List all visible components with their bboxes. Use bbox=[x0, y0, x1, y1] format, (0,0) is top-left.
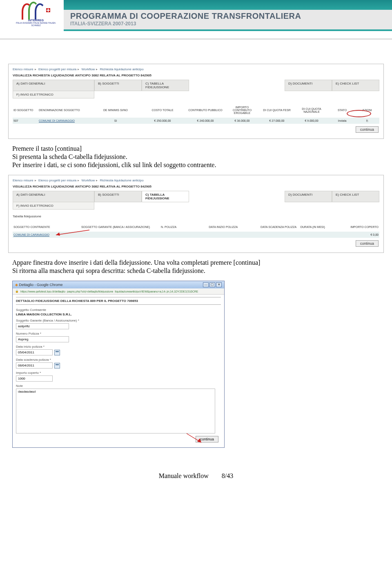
label-contraente: Soggetto Contraente bbox=[16, 308, 221, 312]
header-banner: PROGRAMMA DI COOPERAZIONE TRANSFRONTALIE… bbox=[64, 0, 392, 39]
banner-subtitle: ITALIA-SVIZZERA 2007-2013 bbox=[70, 21, 385, 27]
interreg-logo: INTERREG ITALIA-SVIZZERA ITALIE-SUISSE I… bbox=[11, 1, 60, 27]
continua-button[interactable]: continua bbox=[356, 240, 379, 247]
label-importo: Importo coperto * bbox=[16, 371, 221, 375]
label-garante: Soggetto Garante (Banca / Assicurazione)… bbox=[16, 319, 221, 322]
calendar-icon[interactable] bbox=[54, 350, 60, 355]
input-data-scadenza[interactable]: 08/04/2011 bbox=[16, 362, 53, 369]
breadcrumb: Elenco misure▸ Elenco progetti per misur… bbox=[13, 67, 379, 71]
svg-marker-1 bbox=[56, 232, 60, 236]
tab-invio-elettronico[interactable]: F) INVIO ELETTRONICO bbox=[13, 202, 94, 210]
tab-invio-elettronico[interactable]: F) INVIO ELETTRONICO bbox=[13, 91, 94, 98]
table-row: 507COMUNE DI CARAVAGGIO SI€ 250.000,00 €… bbox=[13, 118, 379, 124]
minimize-button[interactable]: — bbox=[203, 282, 209, 287]
page-footer: Manuale workflow 8/43 bbox=[0, 472, 392, 488]
input-numero-polizza[interactable]: Aspreg bbox=[16, 336, 69, 342]
tab-dati-generali[interactable]: A) DATI GENERALI bbox=[13, 80, 94, 91]
calendar-icon[interactable] bbox=[54, 363, 60, 369]
tab-documenti[interactable]: D) DOCUMENTI bbox=[285, 191, 332, 202]
value-contraente: LINEA MAISON COLLECTION S.R.L. bbox=[16, 313, 221, 316]
label-numero-polizza: Numero Polizza * bbox=[16, 332, 221, 335]
table-caption: Tabella fidejussione bbox=[13, 214, 379, 218]
tab-fidejussione[interactable]: C) TABELLA FIDEJUSSIONE bbox=[142, 80, 189, 91]
tab-soggetti[interactable]: B) SOGGETTI bbox=[94, 191, 142, 202]
tab-fidejussione[interactable]: C) TABELLA FIDEJUSSIONE bbox=[142, 191, 189, 202]
tab-checklist[interactable]: E) CHECK LIST bbox=[332, 191, 379, 202]
maximize-button[interactable]: ▢ bbox=[209, 282, 215, 287]
section-title: VISUALIZZA RICHIESTA LIQUIDAZIONE ANTICI… bbox=[13, 185, 379, 188]
textarea-note[interactable]: dasdasdasd bbox=[16, 389, 215, 433]
label-data-inizio: Data inizio polizza * bbox=[16, 345, 221, 349]
screenshot-1: Elenco misure▸ Elenco progetti per misur… bbox=[8, 64, 384, 139]
input-data-inizio[interactable]: 05/04/2011 bbox=[16, 349, 53, 355]
input-importo[interactable]: 1000 bbox=[16, 375, 53, 382]
window-titlebar: ◆ Dettaglio - Google Chrome — ▢ ✕ bbox=[13, 281, 224, 288]
breadcrumb: Elenco misure▸ Elenco progetti per misur… bbox=[13, 179, 379, 182]
label-data-scadenza: Data scadenza polizza * bbox=[16, 358, 221, 362]
annotation-arrow bbox=[53, 229, 90, 237]
tab-row: A) DATI GENERALI B) SOGGETTI C) TABELLA … bbox=[13, 191, 379, 202]
close-button[interactable]: ✕ bbox=[216, 282, 222, 287]
annotation-arrow bbox=[185, 433, 205, 445]
section-title: VISUALIZZA RICHIESTA LIQUIDAZIONE ANTICI… bbox=[13, 74, 379, 77]
screenshot-3-popup: ◆ Dettaglio - Google Chrome — ▢ ✕ 🔒 http… bbox=[12, 281, 225, 448]
svg-line-0 bbox=[56, 230, 89, 235]
label-note: Note bbox=[16, 384, 221, 388]
tab-row: A) DATI GENERALI B) SOGGETTI C) TABELLA … bbox=[13, 80, 379, 91]
continua-button[interactable]: continua bbox=[356, 126, 379, 133]
instruction-text: Appare finestra dove inserire i dati del… bbox=[12, 259, 380, 275]
action-icon[interactable]: ⎘ bbox=[356, 118, 378, 124]
address-bar: 🔒 https://www.gefotest.bpo.it/dettaglio_… bbox=[13, 288, 224, 295]
tab-soggetti[interactable]: B) SOGGETTI bbox=[94, 80, 142, 91]
table-header: ID SOGGETTODENOMINAZIONE SOGGETTO DE MIN… bbox=[13, 104, 379, 116]
tab-documenti[interactable]: D) DOCUMENTI bbox=[285, 80, 332, 91]
annotation-ellipse bbox=[347, 110, 371, 117]
banner-title: PROGRAMMA DI COOPERAZIONE TRANSFRONTALIE… bbox=[70, 11, 385, 21]
interreg-sublabel: ITALIA-SVIZZERA ITALIE-SUISSE ITALIEN-SC… bbox=[11, 22, 60, 27]
popup-title: DETTAGLIO FIDEJUSSIONE DELLA RICHIESTA 8… bbox=[16, 297, 221, 305]
input-garante[interactable]: aslipriflz bbox=[16, 323, 69, 329]
tab-checklist[interactable]: E) CHECK LIST bbox=[332, 80, 379, 91]
soggetto-link[interactable]: COMUNE DI CARAVAGGIO bbox=[38, 118, 91, 124]
screenshot-2: Elenco misure▸ Elenco progetti per misur… bbox=[8, 175, 384, 253]
document-header: INTERREG ITALIA-SVIZZERA ITALIE-SUISSE I… bbox=[0, 0, 392, 39]
instruction-text: Premere il tasto [continua] Si presenta … bbox=[12, 145, 380, 169]
tab-dati-generali[interactable]: A) DATI GENERALI bbox=[13, 191, 94, 202]
lock-icon: 🔒 bbox=[15, 290, 19, 293]
